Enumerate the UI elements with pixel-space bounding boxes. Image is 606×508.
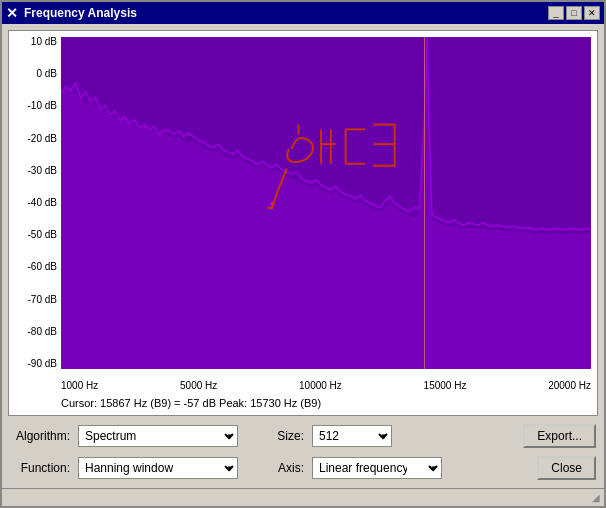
- title-bar: ✕ Frequency Analysis _ □ ✕: [2, 2, 604, 24]
- close-button[interactable]: Close: [537, 456, 596, 480]
- controls-row-1: Algorithm: Spectrum Autocorrelation Size…: [2, 420, 604, 452]
- y-label-10db: 10 dB: [31, 37, 57, 47]
- algorithm-select[interactable]: Spectrum Autocorrelation: [78, 425, 238, 447]
- y-label-neg20db: -20 dB: [28, 134, 57, 144]
- window-close-icon[interactable]: ✕: [6, 6, 18, 20]
- size-select[interactable]: 128 256 512 1024 2048: [312, 425, 392, 447]
- function-select-wrapper: Hanning window Hamming window Blackman w…: [78, 457, 238, 479]
- algorithm-select-wrapper: Spectrum Autocorrelation: [78, 425, 238, 447]
- function-label: Function:: [10, 461, 70, 475]
- svg-marker-0: [61, 37, 591, 369]
- title-bar-controls: _ □ ✕: [548, 6, 600, 20]
- axis-label: Axis:: [274, 461, 304, 475]
- y-label-neg30db: -30 dB: [28, 166, 57, 176]
- window-title: Frequency Analysis: [24, 6, 137, 20]
- y-label-0db: 0 dB: [36, 69, 57, 79]
- chart-area: 10 dB 0 dB -10 dB -20 dB -30 dB -40 dB -…: [8, 30, 598, 416]
- controls-row-2: Function: Hanning window Hamming window …: [2, 452, 604, 484]
- x-label-5k: 5000 Hz: [180, 380, 217, 391]
- y-label-neg40db: -40 dB: [28, 198, 57, 208]
- x-axis: 1000 Hz 5000 Hz 10000 Hz 15000 Hz 20000 …: [61, 380, 591, 391]
- frequency-analysis-window: ✕ Frequency Analysis _ □ ✕ 10 dB 0 dB -1…: [0, 0, 606, 508]
- y-label-neg80db: -80 dB: [28, 327, 57, 337]
- x-label-20k: 20000 Hz: [548, 380, 591, 391]
- cursor-info-text: Cursor: 15867 Hz (B9) = -57 dB Peak: 157…: [61, 397, 321, 409]
- cursor-line: [424, 37, 425, 369]
- close-button[interactable]: ✕: [584, 6, 600, 20]
- y-label-neg60db: -60 dB: [28, 262, 57, 272]
- x-label-15k: 15000 Hz: [424, 380, 467, 391]
- status-bar: ◢: [2, 488, 604, 506]
- resize-grip[interactable]: ◢: [592, 492, 600, 503]
- size-label: Size:: [274, 429, 304, 443]
- y-axis: 10 dB 0 dB -10 dB -20 dB -30 dB -40 dB -…: [9, 37, 61, 369]
- y-label-neg10db: -10 dB: [28, 101, 57, 111]
- minimize-button[interactable]: _: [548, 6, 564, 20]
- x-label-1k: 1000 Hz: [61, 380, 98, 391]
- function-select[interactable]: Hanning window Hamming window Blackman w…: [78, 457, 238, 479]
- export-button[interactable]: Export...: [523, 424, 596, 448]
- title-bar-left: ✕ Frequency Analysis: [6, 6, 137, 20]
- maximize-button[interactable]: □: [566, 6, 582, 20]
- spectrum-svg: [61, 37, 591, 369]
- size-select-wrapper: 128 256 512 1024 2048: [312, 425, 392, 447]
- y-label-neg50db: -50 dB: [28, 230, 57, 240]
- y-label-neg90db: -90 dB: [28, 359, 57, 369]
- cursor-info: Cursor: 15867 Hz (B9) = -57 dB Peak: 157…: [61, 397, 321, 409]
- x-label-10k: 10000 Hz: [299, 380, 342, 391]
- axis-select[interactable]: Linear frequency Log frequency Linear pi…: [312, 457, 442, 479]
- algorithm-label: Algorithm:: [10, 429, 70, 443]
- spectrum-display: [61, 37, 591, 369]
- y-label-neg70db: -70 dB: [28, 295, 57, 305]
- axis-select-wrapper: Linear frequency Log frequency Linear pi…: [312, 457, 442, 479]
